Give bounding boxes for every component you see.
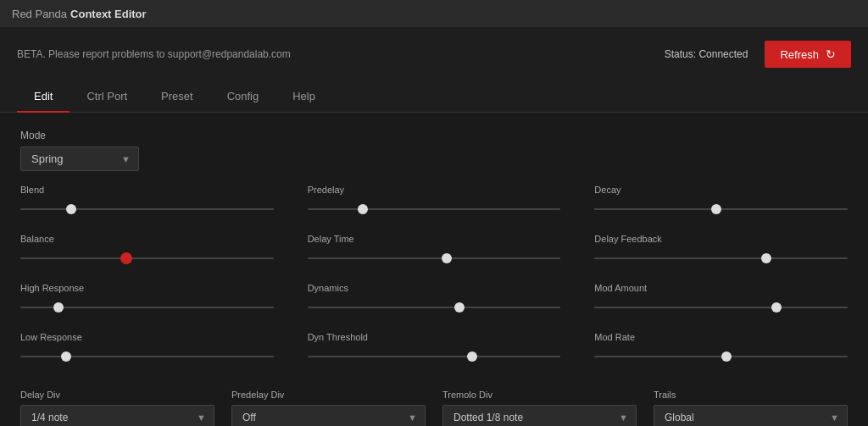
mode-label: Mode (20, 130, 848, 141)
slider-mod-rate-track[interactable] (594, 349, 848, 364)
slider-mod-rate-label: Mod Rate (594, 332, 848, 342)
slider-high-response: High Response (20, 283, 274, 315)
sliders-col-1: Blend Balance High Response (20, 185, 274, 381)
mode-select[interactable]: Spring Room Hall Plate (20, 147, 139, 171)
slider-dyn-threshold-label: Dyn Threshold (308, 332, 561, 342)
slider-dyn-threshold-thumb[interactable] (467, 351, 477, 362)
slider-mod-amount-label: Mod Amount (594, 283, 848, 293)
slider-low-response: Low Response (20, 332, 274, 364)
dropdown-trails-label: Trails (654, 390, 848, 400)
trails-select-wrapper: Global On Off ▼ (654, 405, 848, 426)
slider-mod-rate-thumb[interactable] (721, 351, 732, 362)
dropdown-delay-div-label: Delay Div (20, 390, 214, 400)
slider-predelay: Predelay (308, 185, 561, 217)
tab-help[interactable]: Help (275, 81, 332, 113)
slider-balance: Balance (20, 234, 274, 266)
slider-delay-feedback: Delay Feedback (594, 234, 848, 266)
slider-mod-amount-thumb[interactable] (771, 302, 782, 313)
slider-dynamics-thumb[interactable] (454, 302, 465, 313)
slider-delay-time: Delay Time (308, 234, 561, 266)
tremolo-div-select-wrapper: Dotted 1/8 note Off 1/4 note 1/8 note ▼ (442, 405, 637, 426)
slider-delay-feedback-thumb[interactable] (761, 253, 771, 263)
slider-balance-track[interactable] (20, 251, 274, 266)
slider-delay-time-track[interactable] (308, 251, 561, 266)
dropdown-predelay-div-label: Predelay Div (231, 390, 426, 400)
slider-predelay-label: Predelay (308, 185, 561, 195)
status-text: Status: Connected (665, 48, 748, 60)
mode-select-wrapper: Spring Room Hall Plate ▼ (20, 147, 139, 171)
slider-dyn-threshold-track[interactable] (308, 349, 561, 364)
dropdown-trails: Trails Global On Off ▼ (654, 390, 848, 426)
slider-balance-thumb[interactable] (120, 252, 132, 264)
slider-dynamics: Dynamics (308, 283, 561, 315)
predelay-div-select-wrapper: Off 1/4 note 1/8 note ▼ (231, 405, 426, 426)
tab-edit[interactable]: Edit (17, 81, 70, 113)
sliders-col-2: Predelay Delay Time Dynamics (308, 185, 561, 381)
main-content: Mode Spring Room Hall Plate ▼ Blend (0, 113, 868, 426)
slider-delay-feedback-track[interactable] (594, 251, 848, 266)
slider-delay-time-label: Delay Time (308, 234, 561, 244)
slider-dynamics-track[interactable] (308, 300, 561, 315)
slider-mod-rate: Mod Rate (594, 332, 848, 364)
slider-decay-label: Decay (594, 185, 848, 195)
refresh-button[interactable]: Refresh ↻ (765, 41, 851, 68)
slider-decay-thumb[interactable] (711, 204, 721, 214)
slider-predelay-track[interactable] (308, 202, 561, 217)
slider-mod-amount-track[interactable] (594, 300, 848, 315)
sliders-grid: Blend Balance High Response (20, 185, 848, 381)
slider-low-response-track[interactable] (20, 349, 274, 364)
refresh-icon: ↻ (826, 47, 836, 61)
mode-section: Mode Spring Room Hall Plate ▼ (20, 130, 848, 171)
delay-div-select[interactable]: 1/4 note Off 1/8 note Dotted 1/4 note Do… (20, 405, 214, 426)
slider-high-response-label: High Response (20, 283, 274, 293)
slider-dyn-threshold: Dyn Threshold (308, 332, 561, 364)
slider-balance-label: Balance (20, 234, 274, 244)
slider-dynamics-label: Dynamics (308, 283, 561, 293)
app-title: Context Editor (70, 8, 147, 20)
title-bar: Red Panda Context Editor (0, 0, 868, 27)
slider-delay-feedback-label: Delay Feedback (594, 234, 848, 244)
slider-blend-thumb[interactable] (66, 204, 76, 214)
delay-div-select-wrapper: 1/4 note Off 1/8 note Dotted 1/4 note Do… (20, 405, 214, 426)
slider-predelay-thumb[interactable] (358, 204, 368, 214)
slider-delay-time-thumb[interactable] (442, 253, 452, 263)
slider-high-response-thumb[interactable] (53, 302, 64, 313)
slider-blend: Blend (20, 185, 274, 217)
top-bar: BETA. Please report problems to support@… (0, 27, 868, 81)
tab-ctrl-port[interactable]: Ctrl Port (70, 81, 144, 113)
beta-text: BETA. Please report problems to support@… (17, 48, 291, 60)
slider-decay-track[interactable] (594, 202, 848, 217)
app-name: Red Panda (12, 8, 67, 20)
dropdown-predelay-div: Predelay Div Off 1/4 note 1/8 note ▼ (231, 390, 426, 426)
slider-blend-track[interactable] (20, 202, 274, 217)
status-area: Status: Connected Refresh ↻ (665, 41, 851, 68)
refresh-label: Refresh (780, 48, 819, 61)
tab-preset[interactable]: Preset (144, 81, 210, 113)
slider-low-response-label: Low Response (20, 332, 274, 342)
tremolo-div-select[interactable]: Dotted 1/8 note Off 1/4 note 1/8 note (442, 405, 637, 426)
slider-low-response-thumb[interactable] (61, 351, 71, 362)
predelay-div-select[interactable]: Off 1/4 note 1/8 note (231, 405, 426, 426)
slider-mod-amount: Mod Amount (594, 283, 848, 315)
nav-tabs: Edit Ctrl Port Preset Config Help (0, 81, 868, 113)
dropdown-tremolo-div: Tremolo Div Dotted 1/8 note Off 1/4 note… (442, 390, 637, 426)
slider-high-response-track[interactable] (20, 300, 274, 315)
sliders-col-3: Decay Delay Feedback Mod Amount (594, 185, 848, 381)
trails-select[interactable]: Global On Off (654, 405, 848, 426)
slider-blend-label: Blend (20, 185, 274, 195)
slider-decay: Decay (594, 185, 848, 217)
dropdowns-row: Delay Div 1/4 note Off 1/8 note Dotted 1… (20, 390, 848, 426)
dropdown-tremolo-div-label: Tremolo Div (442, 390, 637, 400)
tab-config[interactable]: Config (210, 81, 276, 113)
dropdown-delay-div: Delay Div 1/4 note Off 1/8 note Dotted 1… (20, 390, 214, 426)
